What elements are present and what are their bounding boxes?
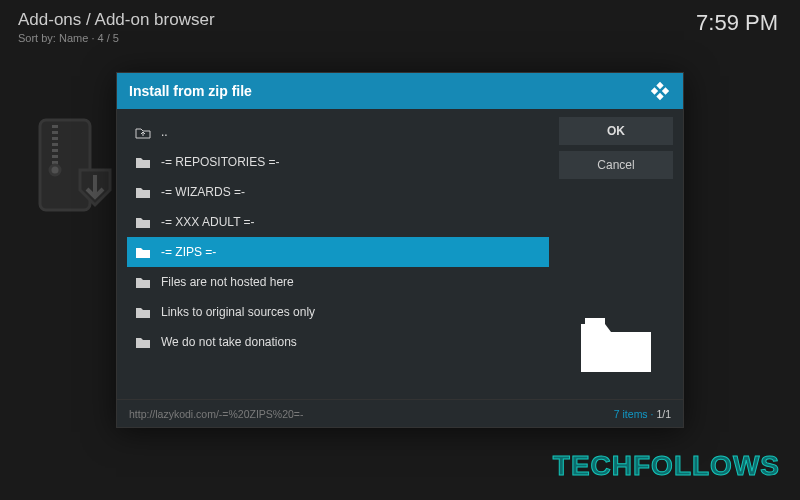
item-count: 7 items	[614, 408, 648, 420]
list-item[interactable]: -= XXX ADULT =-	[127, 207, 549, 237]
right-panel: OK Cancel	[559, 117, 673, 399]
file-list[interactable]: .. -= REPOSITORIES =- -= WIZARDS =- -= X…	[127, 117, 549, 399]
ok-button[interactable]: OK	[559, 117, 673, 145]
breadcrumb: Add-ons / Add-on browser	[18, 10, 782, 30]
dialog-title: Install from zip file	[129, 83, 252, 99]
folder-icon	[135, 246, 151, 259]
svg-rect-2	[585, 318, 605, 326]
dialog-body: .. -= REPOSITORIES =- -= WIZARDS =- -= X…	[117, 109, 683, 399]
watermark: TECHFOLLOWS	[553, 450, 780, 482]
folder-icon	[135, 306, 151, 319]
clock: 7:59 PM	[696, 10, 778, 36]
list-item-label: We do not take donations	[161, 335, 297, 349]
list-item-label: Files are not hosted here	[161, 275, 294, 289]
list-item-up[interactable]: ..	[127, 117, 549, 147]
zip-download-icon	[35, 115, 115, 215]
footer-sep: ·	[651, 408, 654, 420]
list-item[interactable]: We do not take donations	[127, 327, 549, 357]
list-item-label: -= ZIPS =-	[161, 245, 216, 259]
list-item-label: Links to original sources only	[161, 305, 315, 319]
dialog-title-bar: Install from zip file	[117, 73, 683, 109]
folder-icon	[135, 216, 151, 229]
header-bar: Add-ons / Add-on browser Sort by: Name ·…	[0, 0, 800, 48]
folder-icon	[135, 186, 151, 199]
sort-sep: ·	[91, 32, 94, 44]
footer-path: http://lazykodi.com/-=%20ZIPS%20=-	[129, 408, 304, 420]
list-item[interactable]: -= REPOSITORIES =-	[127, 147, 549, 177]
footer-count: 7 items · 1/1	[614, 408, 671, 420]
folder-icon	[135, 156, 151, 169]
list-item[interactable]: Files are not hosted here	[127, 267, 549, 297]
sort-position: 4 / 5	[98, 32, 119, 44]
svg-point-1	[50, 165, 60, 175]
cancel-button[interactable]: Cancel	[559, 151, 673, 179]
install-zip-dialog: Install from zip file .. -= REPOSITORIES…	[116, 72, 684, 428]
dialog-footer: http://lazykodi.com/-=%20ZIPS%20=- 7 ite…	[117, 399, 683, 427]
sort-row: Sort by: Name · 4 / 5	[18, 32, 782, 44]
sort-label: Sort by: Name	[18, 32, 88, 44]
folder-preview-icon	[577, 314, 655, 378]
folder-icon	[135, 336, 151, 349]
list-item-label: ..	[161, 125, 168, 139]
list-item[interactable]: -= WIZARDS =-	[127, 177, 549, 207]
list-item[interactable]: Links to original sources only	[127, 297, 549, 327]
page-indicator: 1/1	[656, 408, 671, 420]
svg-rect-0	[40, 120, 90, 210]
list-item-label: -= XXX ADULT =-	[161, 215, 255, 229]
folder-icon	[135, 276, 151, 289]
kodi-logo-icon	[649, 80, 671, 102]
list-item-label: -= WIZARDS =-	[161, 185, 245, 199]
preview-pane	[559, 297, 673, 395]
list-item-label: -= REPOSITORIES =-	[161, 155, 279, 169]
folder-up-icon	[135, 126, 151, 139]
list-item-selected[interactable]: -= ZIPS =-	[127, 237, 549, 267]
